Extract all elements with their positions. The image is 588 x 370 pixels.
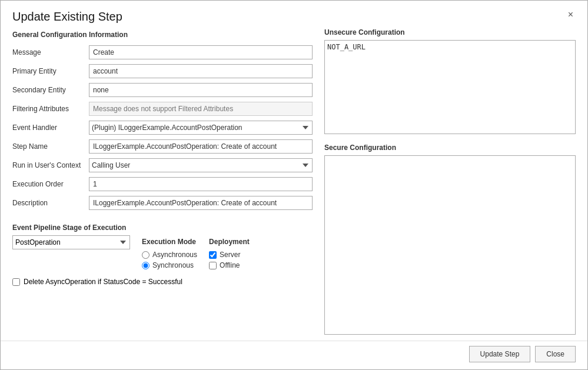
- secondary-entity-row: Secondary Entity: [12, 82, 313, 98]
- deployment-title: Deployment: [209, 238, 250, 246]
- secure-config-block: Secure Configuration: [324, 144, 576, 335]
- step-name-input[interactable]: [89, 139, 313, 154]
- unsecure-config-block: Unsecure Configuration: [324, 28, 576, 134]
- description-input[interactable]: [89, 196, 313, 210]
- execution-mode-title: Execution Mode: [142, 238, 197, 246]
- content-area: General Configuration Information Messag…: [1, 28, 587, 341]
- filtering-attributes-input[interactable]: [89, 102, 313, 116]
- title-bar: Update Existing Step ×: [1, 1, 587, 28]
- delete-async-label: Delete AsyncOperation if StatusCode = Su…: [24, 278, 182, 286]
- pipeline-select-wrap: PostOperation: [12, 235, 130, 249]
- update-step-button[interactable]: Update Step: [469, 346, 531, 362]
- window-close-button[interactable]: ×: [566, 10, 576, 19]
- main-window: Update Existing Step × General Configura…: [0, 0, 588, 370]
- run-in-context-row: Run in User's Context Calling User: [12, 158, 313, 173]
- delete-async-row: Delete AsyncOperation if StatusCode = Su…: [12, 278, 313, 286]
- server-checkbox[interactable]: [209, 251, 217, 259]
- unsecure-config-title: Unsecure Configuration: [324, 28, 576, 36]
- left-section-title: General Configuration Information: [12, 31, 313, 39]
- right-panel: Unsecure Configuration Secure Configurat…: [324, 28, 576, 335]
- run-in-context-select[interactable]: Calling User: [89, 158, 313, 172]
- secondary-entity-label: Secondary Entity: [12, 86, 89, 94]
- offline-checkbox[interactable]: [209, 262, 217, 269]
- message-label: Message: [12, 48, 89, 56]
- async-radio-text: Asynchronous: [152, 251, 197, 259]
- filtering-attributes-label: Filtering Attributes: [12, 105, 89, 113]
- pipeline-row: PostOperation Execution Mode Asynchronou…: [12, 235, 313, 269]
- server-checkbox-label[interactable]: Server: [209, 251, 250, 259]
- async-radio-label[interactable]: Asynchronous: [142, 251, 197, 259]
- sync-radio-label[interactable]: Synchronous: [142, 261, 197, 269]
- secondary-entity-input[interactable]: [89, 83, 313, 97]
- deployment-column: Deployment Server Offline: [209, 235, 250, 269]
- pipeline-select[interactable]: PostOperation: [12, 235, 130, 249]
- secure-config-title: Secure Configuration: [324, 144, 576, 152]
- execution-order-row: Execution Order: [12, 176, 313, 192]
- event-handler-row: Event Handler (Plugin) ILoggerExample.Ac…: [12, 120, 313, 135]
- delete-async-checkbox[interactable]: [12, 278, 20, 286]
- pipeline-section: Event Pipeline Stage of Execution PostOp…: [12, 221, 313, 269]
- footer-bar: Update Step Close: [1, 341, 587, 369]
- step-name-label: Step Name: [12, 142, 89, 151]
- footer-close-button[interactable]: Close: [535, 346, 576, 362]
- offline-checkbox-text: Offline: [220, 261, 240, 269]
- step-name-row: Step Name: [12, 139, 313, 154]
- server-checkbox-text: Server: [220, 251, 240, 259]
- message-row: Message: [12, 45, 313, 60]
- unsecure-config-textarea[interactable]: [324, 40, 576, 134]
- execution-order-input[interactable]: [89, 177, 313, 191]
- execution-order-label: Execution Order: [12, 180, 89, 188]
- sync-radio[interactable]: [142, 262, 150, 269]
- primary-entity-label: Primary Entity: [12, 67, 89, 75]
- execution-mode-column: Execution Mode Asynchronous Synchronous: [142, 235, 197, 269]
- sync-radio-text: Synchronous: [152, 261, 194, 269]
- event-handler-select[interactable]: (Plugin) ILoggerExample.AccountPostOpera…: [89, 121, 313, 135]
- primary-entity-input[interactable]: [89, 64, 313, 78]
- pipeline-section-title: Event Pipeline Stage of Execution: [12, 224, 313, 232]
- secure-config-textarea[interactable]: [324, 155, 576, 335]
- left-panel: General Configuration Information Messag…: [12, 28, 313, 335]
- event-handler-label: Event Handler: [12, 124, 89, 132]
- run-in-context-label: Run in User's Context: [12, 161, 89, 169]
- primary-entity-row: Primary Entity: [12, 64, 313, 79]
- description-label: Description: [12, 199, 89, 207]
- message-input[interactable]: [89, 45, 313, 59]
- filtering-attributes-row: Filtering Attributes: [12, 101, 313, 116]
- async-radio[interactable]: [142, 251, 150, 259]
- offline-checkbox-label[interactable]: Offline: [209, 261, 250, 269]
- page-title: Update Existing Step: [12, 10, 122, 24]
- description-row: Description: [12, 195, 313, 211]
